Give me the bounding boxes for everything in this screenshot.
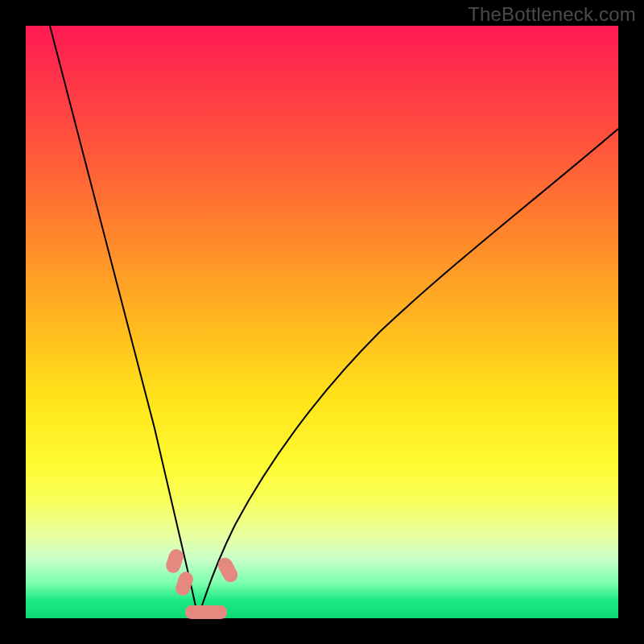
curve-layer — [26, 26, 618, 618]
right-curve — [198, 129, 618, 618]
watermark-text: TheBottleneck.com — [468, 3, 636, 26]
pink-marker-left-lower — [174, 570, 195, 597]
plot-area — [26, 26, 618, 618]
left-curve — [50, 26, 198, 618]
pink-marker-group — [164, 547, 241, 619]
pink-marker-left-upper — [164, 547, 185, 575]
chart-frame: TheBottleneck.com — [0, 0, 644, 644]
pink-marker-bottom — [185, 605, 227, 619]
